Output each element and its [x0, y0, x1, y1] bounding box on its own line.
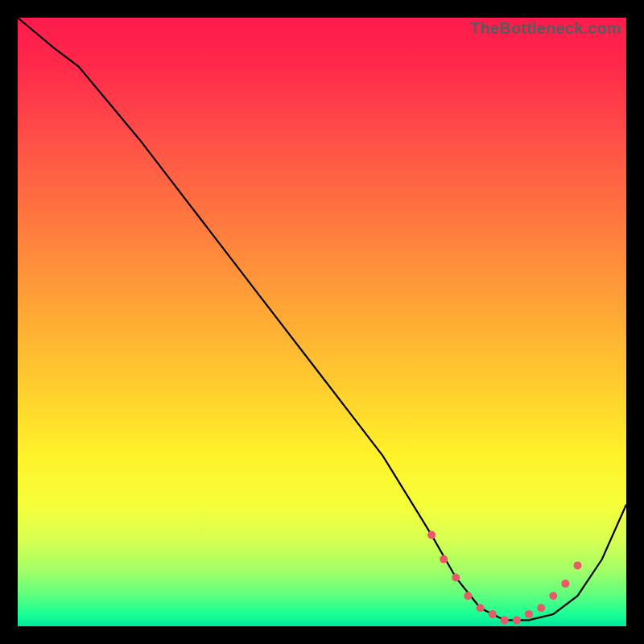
- marker-dot: [501, 616, 509, 624]
- marker-dot: [489, 610, 497, 618]
- marker-dot: [464, 592, 472, 600]
- marker-dot: [525, 610, 533, 618]
- curve-path: [18, 18, 626, 620]
- marker-dot: [477, 604, 485, 612]
- marker-dot: [513, 616, 521, 624]
- marker-dot: [452, 574, 460, 582]
- marker-dot: [427, 531, 436, 539]
- marker-dot: [537, 604, 545, 612]
- marker-dot: [561, 580, 569, 588]
- chart-frame: TheBottleneck.com: [0, 0, 644, 644]
- marker-dot: [574, 561, 582, 569]
- bottleneck-curve: [18, 18, 626, 626]
- marker-dot: [440, 555, 448, 564]
- marker-dot: [549, 592, 557, 600]
- plot-area: TheBottleneck.com: [18, 18, 626, 626]
